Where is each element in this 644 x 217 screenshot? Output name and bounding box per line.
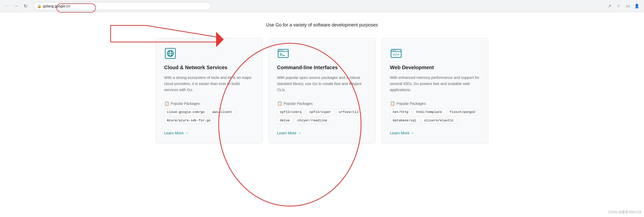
cli-packages-tags: spf13/cobra spf13/viper urfave/cli delve… (277, 109, 367, 124)
cli-learn-more-link[interactable]: Learn More → (277, 131, 367, 135)
package-tag: delve (277, 117, 293, 124)
cloud-learn-more-link[interactable]: Learn More → (164, 131, 254, 135)
svg-point-9 (281, 50, 281, 51)
url-text: golang.google.cn (43, 4, 70, 8)
reload-button[interactable]: ↻ (21, 2, 29, 10)
cli-card-description: With popular open source packages and a … (277, 75, 367, 93)
package-tag: net/http (390, 109, 411, 115)
packages-icon: 📋 (390, 101, 395, 106)
package-tag: olivere/elastic (421, 117, 457, 124)
nav-buttons: ← → ↻ (3, 2, 29, 10)
web-card: </> Web Development With enhanced memory… (382, 38, 488, 143)
cloud-packages-header: 📋 Popular Packages: (164, 101, 254, 106)
web-card-icon: </> (390, 47, 480, 61)
packages-label: Popular Packages: (284, 102, 314, 106)
package-tag: database/sql (390, 117, 420, 124)
browser-chrome: ← → ↻ 🔒 golang.google.cn ↗ ☆ ▭ 👤 (0, 0, 644, 12)
cli-packages-header: 📋 Popular Packages: (277, 101, 367, 106)
browser-actions: ↗ ☆ ▭ 👤 (605, 2, 641, 10)
profile-button[interactable]: 👤 (633, 2, 641, 10)
cloud-card-title: Cloud & Network Services (164, 65, 254, 70)
cli-card-icon (277, 47, 367, 61)
cli-card-title: Command-line Interfaces (277, 65, 367, 70)
web-popular-packages: 📋 Popular Packages: net/http html/templa… (390, 101, 480, 135)
package-tag: spf13/cobra (277, 109, 305, 115)
cli-card: Command-line Interfaces With popular ope… (269, 38, 376, 143)
csdn-watermark: CSDN @爱看书的小沃 (608, 210, 641, 214)
package-tag: urfave/cli (336, 109, 361, 115)
package-tag: chzyer/readline (295, 117, 330, 124)
web-packages-header: 📋 Popular Packages: (390, 101, 480, 106)
cloud-card-icon (164, 47, 254, 61)
back-button[interactable]: ← (3, 2, 11, 10)
lock-icon: 🔒 (37, 4, 41, 8)
svg-point-16 (395, 50, 396, 51)
share-icon: ↗ (608, 4, 611, 8)
cloud-packages-tags: cloud.google.com/go aws/client Azure/azu… (164, 109, 254, 124)
profile-icon: 👤 (634, 4, 639, 8)
cards-container: Cloud & Network Services With a strong e… (144, 38, 500, 143)
package-tag: spf13/viper (306, 109, 334, 115)
svg-point-15 (394, 50, 394, 51)
bookmark-button[interactable]: ☆ (615, 2, 623, 10)
reload-icon: ↻ (24, 3, 27, 9)
web-card-description: With enhanced memory performance and sup… (390, 75, 480, 93)
packages-label: Popular Packages: (397, 102, 427, 106)
packages-icon: 📋 (277, 101, 282, 106)
packages-icon: 📋 (164, 101, 169, 106)
svg-point-8 (279, 50, 280, 51)
page-content: Use Go for a variety of software develop… (0, 12, 644, 217)
cloud-popular-packages: 📋 Popular Packages: cloud.google.com/go … (164, 101, 254, 135)
extensions-button[interactable]: ▭ (624, 2, 632, 10)
cli-popular-packages: 📋 Popular Packages: spf13/cobra spf13/vi… (277, 101, 367, 135)
svg-point-10 (282, 50, 283, 51)
package-tag: aws/client (209, 109, 235, 115)
cloud-card: Cloud & Network Services With a strong e… (156, 38, 263, 143)
package-tag: html/template (413, 109, 445, 115)
share-button[interactable]: ↗ (605, 2, 613, 10)
svg-text:</>: </> (393, 52, 399, 56)
cloud-card-description: With a strong ecosystem of tools and API… (164, 75, 254, 93)
web-packages-tags: net/http html/template flosch/pongo2 dat… (390, 109, 480, 124)
forward-button[interactable]: → (12, 2, 20, 10)
page-subtitle: Use Go for a variety of software develop… (5, 22, 639, 28)
star-icon: ☆ (617, 4, 620, 8)
package-tag: Azure/azure-sdk-for-go (164, 117, 214, 124)
packages-label: Popular Packages: (171, 102, 201, 106)
forward-icon: → (14, 3, 19, 9)
back-icon: ← (5, 3, 9, 9)
web-learn-more-link[interactable]: Learn More → (390, 131, 480, 135)
svg-point-14 (392, 50, 393, 51)
address-bar[interactable]: 🔒 golang.google.cn (34, 2, 212, 10)
web-card-title: Web Development (390, 65, 480, 70)
address-bar-container: 🔒 golang.google.cn (34, 2, 212, 10)
extensions-icon: ▭ (626, 4, 630, 8)
package-tag: cloud.google.com/go (164, 109, 207, 115)
package-tag: flosch/pongo2 (447, 109, 478, 115)
